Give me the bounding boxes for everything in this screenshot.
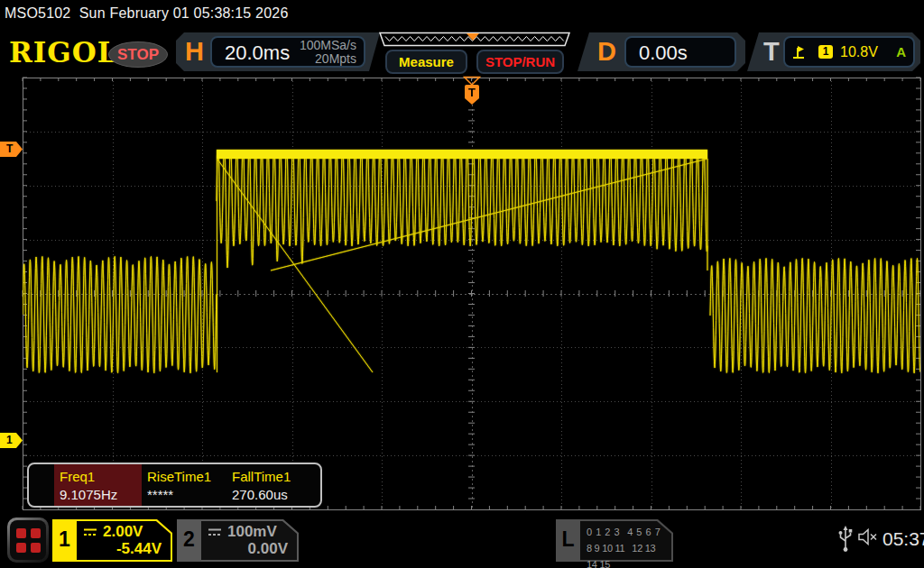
measurement-1-value: 9.1075Hz (60, 487, 117, 502)
oscilloscope-screen: MSO5102 Sun February 01 05:38:15 2026 RI… (0, 0, 924, 568)
measurement-3-value: 270.60us (232, 487, 288, 502)
measurement-2-label: RiseTime1 (147, 469, 211, 484)
measurement-3-label: FallTime1 (232, 469, 291, 484)
measurement-panel[interactable]: Freq1 RiseTime1 FallTime1 9.1075Hz *****… (27, 463, 322, 508)
measurement-2-value: ***** (147, 487, 173, 502)
trigger-flag-letter: T (468, 86, 476, 99)
trigger-position-marker[interactable]: T (463, 76, 481, 105)
trigger-position-outline-icon (465, 78, 480, 86)
measurement-1-label: Freq1 (60, 469, 95, 484)
